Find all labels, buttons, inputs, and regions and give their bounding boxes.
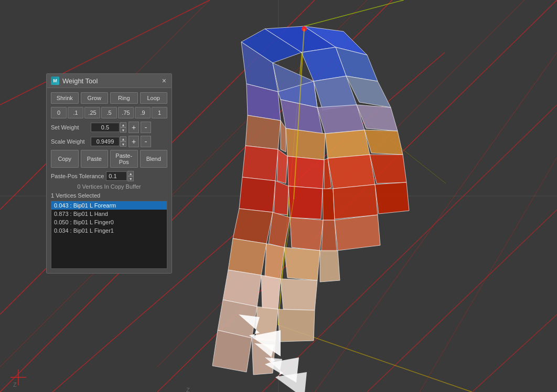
selection-buttons-row: Shrink Grow Ring Loop [51,92,167,104]
scale-weight-minus[interactable]: - [141,136,151,147]
viewport: Z Z M Weight Tool × Shrink Grow Ring Loo… [0,0,557,392]
set-weight-input[interactable] [91,123,120,132]
weight-25-button[interactable]: .25 [84,107,100,118]
tolerance-down[interactable]: ▼ [127,176,134,181]
weight-0-button[interactable]: 0 [51,107,67,118]
svg-marker-52 [233,209,273,244]
svg-marker-35 [245,115,281,149]
weight-9-button[interactable]: .9 [135,107,151,118]
svg-marker-50 [333,184,378,219]
bone-list[interactable]: 0.043 : Bip01 L Forearm 0.873 : Bip01 L … [51,201,167,269]
svg-marker-38 [325,130,370,158]
svg-marker-62 [261,275,281,309]
scale-weight-spinner: ▲ ▼ [91,136,126,147]
scale-weight-label: Scale Weight [51,138,89,145]
svg-marker-58 [265,244,284,279]
blend-button[interactable]: Blend [140,150,168,168]
tolerance-row: Paste-Pos Tolerance ▲ ▼ [51,171,167,181]
loop-button[interactable]: Loop [140,92,168,104]
panel-icon: M [51,77,59,85]
set-weight-arrows: ▲ ▼ [120,122,126,133]
weight-1-button[interactable]: .1 [68,107,83,118]
ring-button[interactable]: Ring [110,92,138,104]
svg-marker-48 [288,186,323,219]
svg-marker-59 [284,247,320,280]
paste-button[interactable]: Paste [81,150,109,168]
svg-marker-54 [290,217,323,251]
scale-weight-row: Scale Weight ▲ ▼ + - [51,136,167,147]
svg-marker-49 [323,189,335,220]
scale-weight-plusminus: + - [128,136,151,147]
svg-marker-42 [287,156,324,189]
scale-weight-input[interactable] [91,137,120,146]
svg-marker-57 [228,238,266,275]
set-weight-plusminus: + - [128,122,151,133]
svg-text:Z: Z [13,382,17,388]
svg-marker-44 [328,155,375,189]
list-item-forearm[interactable]: 0.043 : Bip01 L Forearm [51,201,167,210]
svg-marker-63 [281,279,317,310]
svg-marker-37 [286,128,325,160]
svg-marker-55 [322,220,337,252]
svg-marker-40 [242,146,278,181]
tolerance-input[interactable] [106,171,127,181]
scale-weight-up[interactable]: ▲ [120,136,126,141]
list-item-finger0[interactable]: 0.050 : Bip01 L Finger0 [51,218,167,226]
svg-marker-56 [335,215,380,251]
svg-marker-51 [375,182,409,214]
copy-button[interactable]: Copy [51,150,79,168]
svg-text:Z: Z [186,387,190,392]
close-button[interactable]: × [161,77,167,84]
panel-body: Shrink Grow Ring Loop 0 .1 .25 .5 .75 .9… [47,88,172,273]
paste-pos-button[interactable]: Paste-Pos [110,150,138,168]
set-weight-down[interactable]: ▼ [120,127,126,133]
weight-tool-panel: M Weight Tool × Shrink Grow Ring Loop 0 … [46,73,172,274]
scale-weight-down[interactable]: ▼ [120,141,126,147]
tolerance-arrows: ▲ ▼ [127,171,134,181]
weight-1full-button[interactable]: 1 [152,107,167,118]
svg-marker-66 [278,309,315,342]
tolerance-up[interactable]: ▲ [127,171,134,176]
list-item-hand[interactable]: 0.873 : Bip01 L Hand [51,210,167,218]
panel-titlebar[interactable]: M Weight Tool × [47,74,172,88]
panel-title: Weight Tool [62,77,98,85]
tolerance-label: Paste-Pos Tolerance [51,173,104,179]
copy-buffer-text: 0 Vertices In Copy Buffer [51,183,167,190]
weight-5-button[interactable]: .5 [101,107,117,118]
set-weight-spinner: ▲ ▼ [91,122,126,133]
panel-title-left: M Weight Tool [51,77,98,85]
vertices-selected-text: 1 Vertices Selected [51,192,167,199]
set-weight-row: Set Weight ▲ ▼ + - [51,122,167,133]
set-weight-label: Set Weight [51,124,89,130]
action-buttons-row: Copy Paste Paste-Pos Blend [51,150,167,168]
weight-75-button[interactable]: .75 [118,107,134,118]
svg-marker-47 [274,181,288,215]
scale-weight-plus[interactable]: + [128,136,139,147]
svg-marker-60 [320,251,340,282]
set-weight-plus[interactable]: + [128,122,139,133]
set-weight-minus[interactable]: - [141,122,151,133]
svg-marker-33 [317,105,365,134]
set-weight-up[interactable]: ▲ [120,122,126,127]
grow-button[interactable]: Grow [81,92,109,104]
number-buttons-row: 0 .1 .25 .5 .75 .9 1 [51,107,167,118]
tolerance-spinner: ▲ ▼ [106,171,134,181]
scale-weight-arrows: ▲ ▼ [120,136,126,147]
list-item-finger1[interactable]: 0.034 : Bip01 L Finger1 [51,226,167,235]
svg-marker-67 [212,330,252,372]
svg-marker-46 [239,177,275,212]
shrink-button[interactable]: Shrink [51,92,79,104]
